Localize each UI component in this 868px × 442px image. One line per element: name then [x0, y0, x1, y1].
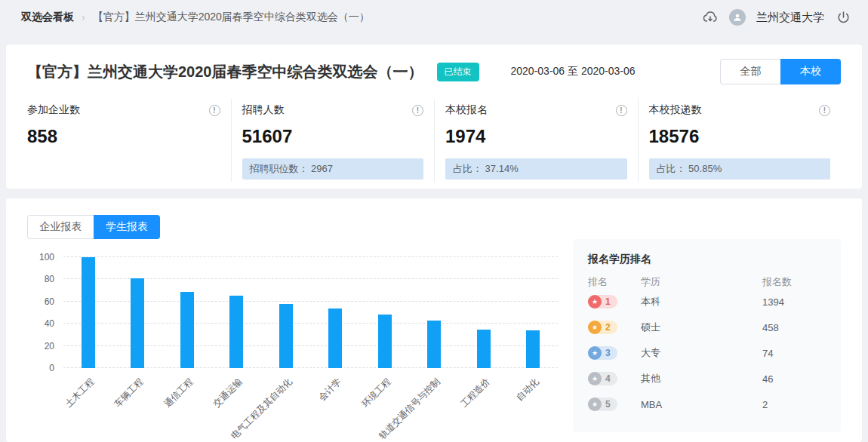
date-range: 2020-03-06 至 2020-03-06 [511, 65, 636, 78]
bar-交通运输 [229, 296, 243, 368]
signup-count: 1394 [762, 296, 826, 308]
degree-ranking-card: 报名学历排名 排名 学历 报名数 ★1本科1394★2硕士458★3大专74★4… [573, 239, 841, 432]
scope-all-button[interactable]: 全部 [720, 59, 780, 84]
page-title: 【官方】兰州交通大学2020届春季空中综合类双选会（一） [27, 62, 423, 82]
star-icon: ★ [588, 346, 602, 360]
degree-name: 硕士 [641, 321, 762, 334]
chart-x-axis: 土木工程车辆工程通信工程交通运输电气工程及其自动化会计学环境工程轨道交通信号与控… [63, 368, 558, 437]
bar-环境工程 [378, 315, 392, 368]
top-bar: 双选会看板 › 【官方】兰州交通大学2020届春季空中综合类双选会（一） 兰州交… [0, 0, 868, 35]
rank-number: 1 [605, 296, 611, 307]
chart-plot-area [63, 257, 558, 368]
stat-card-school-deliveries: 本校投递数 ! 18576 占比： 50.85% [638, 99, 842, 182]
y-axis-tick: 60 [45, 296, 54, 307]
x-axis-label: 车辆工程 [112, 376, 146, 410]
stat-label: 招聘人数 [242, 103, 285, 117]
status-badge: 已结束 [437, 63, 479, 81]
user-name[interactable]: 兰州交通大学 [756, 11, 824, 25]
stat-label: 本校报名 [445, 103, 488, 117]
stat-card-companies: 参加企业数 ! 858 [27, 99, 231, 182]
bar-工程造价 [477, 330, 491, 368]
report-tabs: 企业报表 学生报表 [27, 215, 160, 239]
signup-count: 74 [762, 348, 826, 359]
x-axis-label: 交通运输 [211, 376, 245, 410]
breadcrumb-current: 【官方】兰州交通大学2020届春季空中综合类双选会（一） [93, 11, 370, 24]
degree-name: MBA [641, 399, 762, 410]
y-axis-tick: 20 [45, 341, 54, 351]
major-signup-bar-chart: 020406080100 土木工程车辆工程通信工程交通运输电气工程及其自动化会计… [27, 239, 558, 437]
stat-value: 51607 [242, 126, 424, 147]
bar-电气工程及其自动化 [279, 304, 293, 368]
stat-card-recruit-count: 招聘人数 ! 51607 招聘职位数： 2967 [231, 99, 435, 182]
bar-车辆工程 [131, 278, 144, 368]
bar-自动化 [526, 330, 540, 368]
stat-label: 本校投递数 [649, 103, 702, 117]
stat-card-school-signups: 本校报名 ! 1974 占比： 37.14% [434, 99, 638, 182]
topbar-actions: 兰州交通大学 [702, 9, 851, 26]
chart-y-axis: 020406080100 [27, 257, 63, 368]
ranking-col-count: 报名数 [762, 275, 826, 289]
ranking-title: 报名学历排名 [588, 253, 826, 266]
x-axis-label: 土木工程 [63, 376, 97, 410]
ranking-row: ★5MBA2 [588, 391, 826, 417]
stat-sub-ratio: 占比： 50.85% [649, 158, 831, 180]
user-avatar-icon[interactable] [729, 9, 746, 26]
bar-会计学 [328, 308, 342, 368]
y-axis-tick: 100 [39, 252, 54, 262]
stat-label: 参加企业数 [27, 103, 80, 117]
ranking-rows: ★1本科1394★2硕士458★3大专74★4其他46★5MBA2 [588, 289, 826, 417]
signup-count: 46 [762, 373, 826, 385]
signup-count: 2 [762, 399, 826, 410]
star-icon: ★ [588, 397, 602, 411]
fair-summary-panel: 【官方】兰州交通大学2020届春季空中综合类双选会（一） 已结束 2020-03… [6, 45, 862, 189]
rank-badge: ★5 [588, 397, 617, 411]
ranking-row: ★3大专74 [588, 340, 826, 366]
degree-name: 本科 [641, 295, 762, 308]
rank-number: 5 [605, 399, 611, 410]
rank-badge: ★1 [588, 295, 617, 308]
info-icon[interactable]: ! [819, 105, 830, 116]
rank-number: 3 [605, 348, 611, 358]
rank-badge: ★3 [588, 346, 617, 360]
ranking-row: ★2硕士458 [588, 315, 826, 340]
x-axis-label: 自动化 [514, 376, 542, 404]
stat-sub-positions: 招聘职位数： 2967 [242, 158, 424, 180]
breadcrumb-root[interactable]: 双选会看板 [21, 11, 74, 24]
rank-badge: ★2 [588, 321, 617, 334]
signup-count: 458 [762, 322, 826, 333]
degree-name: 大专 [641, 346, 762, 360]
rank-number: 4 [605, 373, 611, 384]
scope-toggle: 全部 本校 [720, 59, 841, 84]
ranking-col-degree: 学历 [641, 275, 762, 289]
cloud-download-icon[interactable] [702, 9, 719, 26]
bar-轨道交通信号与控制 [427, 321, 441, 368]
rank-badge: ★4 [588, 372, 617, 385]
scope-school-button[interactable]: 本校 [780, 59, 841, 84]
ranking-row: ★1本科1394 [588, 289, 826, 315]
stat-value: 1974 [445, 126, 627, 147]
star-icon: ★ [588, 372, 602, 385]
bar-土木工程 [82, 257, 95, 368]
y-axis-tick: 80 [45, 274, 54, 284]
bar-通信工程 [180, 292, 194, 368]
ranking-col-rank: 排名 [588, 275, 641, 289]
ranking-header: 排名 学历 报名数 [588, 275, 826, 289]
stat-sub-ratio: 占比： 37.14% [445, 158, 627, 180]
tab-company-report[interactable]: 企业报表 [27, 215, 94, 239]
y-axis-tick: 0 [49, 363, 54, 373]
star-icon: ★ [588, 295, 602, 308]
info-icon[interactable]: ! [616, 105, 627, 116]
breadcrumb-separator-icon: › [82, 11, 85, 23]
info-icon[interactable]: ! [412, 105, 423, 116]
x-axis-label: 工程造价 [458, 376, 493, 410]
power-logout-icon[interactable] [835, 9, 851, 26]
tab-student-report[interactable]: 学生报表 [94, 215, 160, 239]
y-axis-tick: 40 [45, 318, 54, 329]
star-icon: ★ [588, 321, 602, 334]
ranking-row: ★4其他46 [588, 366, 826, 391]
x-axis-label: 会计学 [316, 376, 344, 404]
info-icon[interactable]: ! [209, 105, 220, 116]
stat-value: 858 [27, 126, 220, 147]
x-axis-label: 通信工程 [162, 376, 196, 410]
stat-value: 18576 [649, 126, 831, 147]
